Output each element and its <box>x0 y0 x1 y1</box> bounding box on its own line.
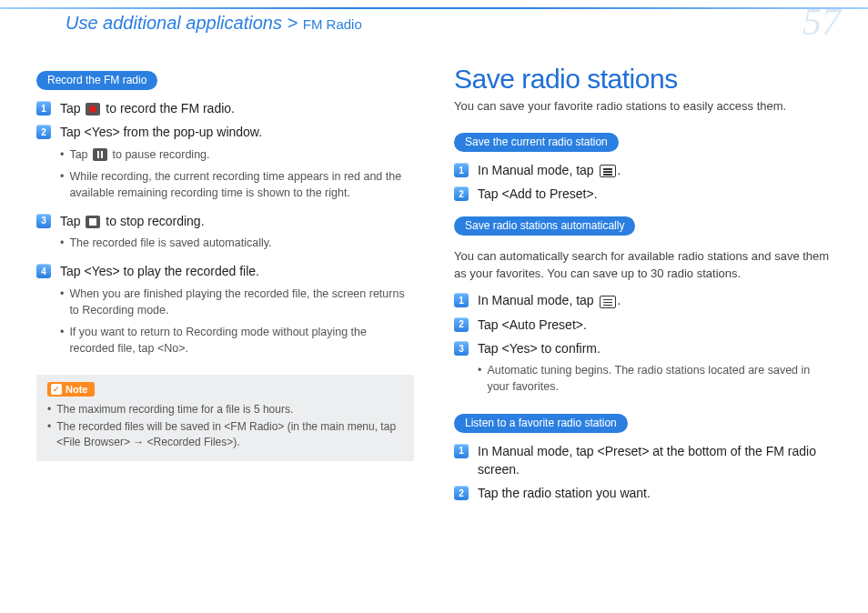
step-2: 2 Tap <Auto Preset>. <box>454 316 832 334</box>
step-1: 1 Tap to record the FM radio. <box>36 99 414 117</box>
step-text: Tap <Add to Preset>. <box>478 186 598 201</box>
note-label: Note <box>66 384 87 395</box>
step-1: 1 In Manual mode, tap . <box>454 291 832 309</box>
sub-item: Automatic tuning begins. The radio stati… <box>478 362 832 395</box>
step-subs: When you are finished playing the record… <box>60 281 414 357</box>
step-3: 3 Tap <Yes> to confirm. Automatic tuning… <box>454 339 832 401</box>
section-subtitle: You can save your favorite radio station… <box>454 98 832 115</box>
check-icon: ✓ <box>51 384 62 395</box>
header-rule <box>0 7 868 9</box>
note-text: The maximum recording time for a file is… <box>56 402 293 417</box>
step-subs: Tap to pause recording. While recording,… <box>60 142 414 201</box>
step-body: In Manual mode, tap . <box>478 161 832 179</box>
breadcrumb: Use additional applications > FM Radio <box>66 13 362 34</box>
note-list: The maximum recording time for a file is… <box>47 402 403 449</box>
step-badge: 2 <box>454 486 469 500</box>
step-body: In Manual mode, tap <Preset> at the bott… <box>478 442 832 479</box>
step-text-post: to record the FM radio. <box>102 101 235 116</box>
step-badge: 1 <box>36 101 51 116</box>
step-text: Tap the radio station you want. <box>478 486 651 500</box>
sub-text: If you want to return to Recording mode … <box>69 324 414 357</box>
step-body: Tap to stop recording. The recorded file… <box>60 212 414 256</box>
auto-steps: 1 In Manual mode, tap . 2 Tap <Auto Pres… <box>454 291 832 400</box>
sub-item: When you are finished playing the record… <box>60 286 414 318</box>
step-text-pre: Tap <box>60 214 84 228</box>
sub-item: Tap to pause recording. <box>60 146 414 163</box>
pill-save-auto: Save radio stations automatically <box>454 216 635 236</box>
page-number: 57 <box>802 0 841 44</box>
sub-text: Automatic tuning begins. The radio stati… <box>487 362 832 395</box>
menu-icon <box>600 296 616 308</box>
note-box: ✓ Note The maximum recording time for a … <box>36 375 414 460</box>
content-columns: Record the FM radio 1 Tap to record the … <box>36 64 832 508</box>
step-text-pre: In Manual mode, tap <box>478 163 598 177</box>
step-body: Tap to record the FM radio. <box>60 99 414 117</box>
step-badge: 1 <box>454 163 469 177</box>
step-body: Tap <Add to Preset>. <box>478 185 832 203</box>
record-steps: 1 Tap to record the FM radio. 2 Tap <Yes… <box>36 99 414 362</box>
note-text: The recorded files will be saved in <FM … <box>56 419 403 450</box>
step-badge: 4 <box>36 264 51 278</box>
step-body: In Manual mode, tap . <box>478 291 832 309</box>
auto-intro: You can automatically search for availab… <box>454 248 832 283</box>
header-bar: Use additional applications > FM Radio 5… <box>36 0 832 38</box>
step-badge: 1 <box>454 444 469 458</box>
sub-item: If you want to return to Recording mode … <box>60 324 414 357</box>
sub-item: While recording, the current recording t… <box>60 168 414 201</box>
current-steps: 1 In Manual mode, tap . 2 Tap <Add to Pr… <box>454 161 832 204</box>
step-2: 2 Tap <Yes> from the pop-up window. Tap … <box>36 123 414 206</box>
pause-icon <box>93 148 107 161</box>
step-text: Tap <Yes> to play the recorded file. <box>60 264 259 278</box>
step-text-post: . <box>618 163 621 177</box>
step-subs: Automatic tuning begins. The radio stati… <box>478 357 832 395</box>
step-body: Tap <Yes> to confirm. Automatic tuning b… <box>478 339 832 401</box>
step-text: Tap <Auto Preset>. <box>478 317 587 332</box>
step-text-post: to stop recording. <box>102 214 204 228</box>
step-4: 4 Tap <Yes> to play the recorded file. W… <box>36 262 414 362</box>
step-text-pre: In Manual mode, tap <box>478 293 598 307</box>
step-subs: The recorded file is saved automatically… <box>60 230 414 251</box>
menu-icon <box>600 165 616 177</box>
step-body: Tap the radio station you want. <box>478 484 832 502</box>
note-chip: ✓ Note <box>47 382 95 397</box>
step-2: 2 Tap the radio station you want. <box>454 484 832 502</box>
breadcrumb-main: Use additional applications > <box>66 13 303 33</box>
step-badge: 2 <box>454 317 469 332</box>
step-badge: 2 <box>454 186 469 201</box>
sub-text: While recording, the current recording t… <box>69 168 414 201</box>
step-text: Tap <Yes> to confirm. <box>478 341 601 356</box>
step-2: 2 Tap <Add to Preset>. <box>454 185 832 203</box>
step-text: In Manual mode, tap <Preset> at the bott… <box>478 444 816 477</box>
pill-listen: Listen to a favorite radio station <box>454 414 628 433</box>
sub-text-post: to pause recording. <box>109 148 210 161</box>
step-badge: 3 <box>454 341 469 356</box>
step-body: Tap <Yes> to play the recorded file. Whe… <box>60 262 414 362</box>
step-text-pre: Tap <box>60 101 84 116</box>
step-body: Tap <Auto Preset>. <box>478 316 832 334</box>
sub-text: The recorded file is saved automatically… <box>69 235 271 251</box>
step-text-post: . <box>618 293 621 307</box>
note-item: The maximum recording time for a file is… <box>47 402 403 417</box>
step-3: 3 Tap to stop recording. The recorded fi… <box>36 212 414 256</box>
section-title: Save radio stations <box>454 64 832 95</box>
right-column: Save radio stations You can save your fa… <box>454 64 832 508</box>
step-badge: 2 <box>36 125 51 139</box>
page: Use additional applications > FM Radio 5… <box>0 0 868 613</box>
sub-text-pre: Tap <box>69 148 91 161</box>
record-icon <box>86 103 100 116</box>
step-1: 1 In Manual mode, tap <Preset> at the bo… <box>454 442 832 479</box>
step-1: 1 In Manual mode, tap . <box>454 161 832 179</box>
note-item: The recorded files will be saved in <FM … <box>47 419 403 450</box>
sub-item: The recorded file is saved automatically… <box>60 235 414 251</box>
step-badge: 3 <box>36 214 51 228</box>
sub-text: When you are finished playing the record… <box>69 286 414 318</box>
left-column: Record the FM radio 1 Tap to record the … <box>36 64 414 508</box>
pill-record-fm: Record the FM radio <box>36 71 157 90</box>
listen-steps: 1 In Manual mode, tap <Preset> at the bo… <box>454 442 832 503</box>
pill-save-current: Save the current radio station <box>454 133 619 152</box>
step-badge: 1 <box>454 293 469 307</box>
stop-icon <box>86 216 100 228</box>
step-body: Tap <Yes> from the pop-up window. Tap to… <box>60 123 414 206</box>
step-text: Tap <Yes> from the pop-up window. <box>60 125 262 139</box>
breadcrumb-sub: FM Radio <box>303 16 362 32</box>
